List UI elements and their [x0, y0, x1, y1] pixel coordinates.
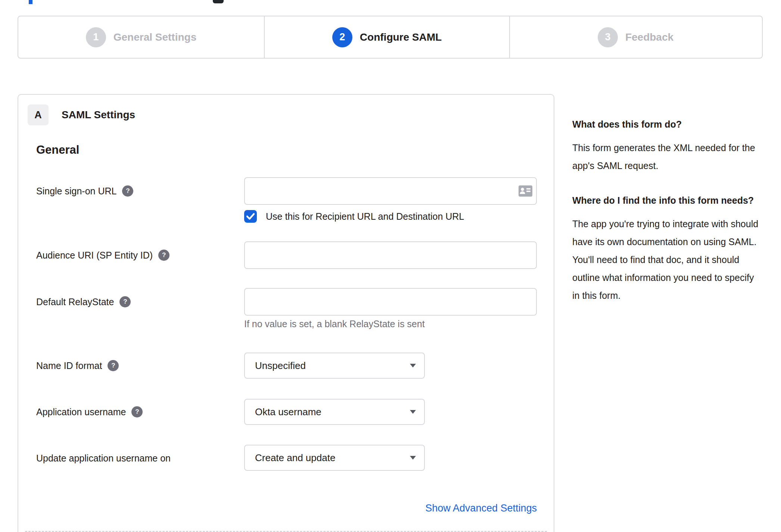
recipient-url-checkbox-row: Use this for Recipient URL and Destinati…: [18, 210, 554, 223]
sso-url-input[interactable]: [244, 177, 537, 205]
application-username-select[interactable]: Okta username: [244, 399, 425, 425]
relaystate-helper-text: If no value is set, a blank RelayState i…: [244, 319, 425, 329]
help-body-2: The app you're trying to integrate with …: [572, 215, 762, 304]
chevron-down-icon: [410, 410, 416, 414]
step-2-label: Configure SAML: [360, 31, 442, 43]
default-relaystate-label-text: Default RelayState: [36, 297, 114, 307]
chevron-down-icon: [410, 364, 416, 367]
default-relaystate-help-icon[interactable]: ?: [119, 296, 131, 307]
recipient-url-checkbox-label: Use this for Recipient URL and Destinati…: [266, 210, 464, 223]
update-username-on-label-text: Update application username on: [36, 453, 171, 464]
help-heading-1: What does this form do?: [572, 116, 762, 133]
cut-off-dark-header-fragment: [213, 0, 224, 3]
default-relaystate-row: Default RelayState ?: [18, 288, 554, 316]
use-for-recipient-url-checkbox[interactable]: [244, 210, 257, 223]
application-username-row: Application username ? Okta username: [18, 399, 554, 425]
step-1-number-badge: 1: [86, 27, 106, 47]
section-title: SAML Settings: [62, 104, 135, 125]
step-2-number-badge: 2: [332, 27, 352, 47]
general-group-title: General: [36, 143, 79, 157]
application-username-label-text: Application username: [36, 407, 126, 417]
sso-url-label: Single sign-on URL ?: [36, 177, 133, 205]
audience-uri-label-text: Audience URI (SP Entity ID): [36, 250, 153, 261]
name-id-format-row: Name ID format ? Unspecified: [18, 353, 554, 379]
application-username-label: Application username ?: [36, 399, 143, 425]
application-username-value: Okta username: [255, 406, 321, 418]
sso-url-row: Single sign-on URL ?: [18, 177, 554, 205]
step-1-label: General Settings: [113, 31, 197, 43]
step-3-number-badge: 3: [598, 27, 618, 47]
sso-url-help-icon[interactable]: ?: [122, 185, 133, 197]
section-a-badge: A: [28, 104, 49, 125]
audience-uri-input[interactable]: [244, 241, 537, 269]
help-heading-2: Where do I find the info this form needs…: [572, 192, 762, 209]
update-username-on-select[interactable]: Create and update: [244, 445, 425, 471]
saml-settings-panel: A SAML Settings General Single sign-on U…: [18, 94, 554, 532]
cut-off-blue-header-fragment: [29, 0, 32, 4]
chevron-down-icon: [410, 456, 416, 460]
show-advanced-settings-link[interactable]: Show Advanced Settings: [244, 503, 537, 514]
audience-uri-row: Audience URI (SP Entity ID) ?: [18, 241, 554, 269]
update-username-on-label: Update application username on: [36, 445, 171, 472]
wizard-stepper: 1 General Settings 2 Configure SAML 3 Fe…: [18, 16, 763, 59]
help-sidebar: What does this form do? This form genera…: [572, 116, 762, 322]
step-configure-saml[interactable]: 2 Configure SAML: [264, 16, 509, 58]
audience-uri-help-icon[interactable]: ?: [158, 250, 169, 261]
sso-url-label-text: Single sign-on URL: [36, 186, 116, 197]
step-general-settings[interactable]: 1 General Settings: [18, 16, 264, 58]
name-id-format-label: Name ID format ?: [36, 353, 119, 379]
name-id-format-label-text: Name ID format: [36, 360, 102, 371]
default-relaystate-label: Default RelayState ?: [36, 288, 131, 316]
default-relaystate-input[interactable]: [244, 288, 537, 316]
step-3-label: Feedback: [625, 31, 673, 43]
name-id-format-value: Unspecified: [255, 360, 306, 372]
application-username-help-icon[interactable]: ?: [131, 406, 143, 417]
name-id-format-select[interactable]: Unspecified: [244, 353, 425, 379]
update-username-on-row: Update application username on Create an…: [18, 445, 554, 472]
step-feedback[interactable]: 3 Feedback: [509, 16, 761, 58]
contact-card-icon: [519, 185, 532, 197]
help-body-1: This form generates the XML needed for t…: [572, 139, 762, 175]
name-id-format-help-icon[interactable]: ?: [108, 360, 119, 371]
configure-saml-screen: 1 General Settings 2 Configure SAML 3 Fe…: [0, 0, 781, 532]
checkmark-icon: [246, 213, 255, 220]
update-username-on-value: Create and update: [255, 452, 335, 464]
audience-uri-label: Audience URI (SP Entity ID) ?: [36, 241, 169, 269]
